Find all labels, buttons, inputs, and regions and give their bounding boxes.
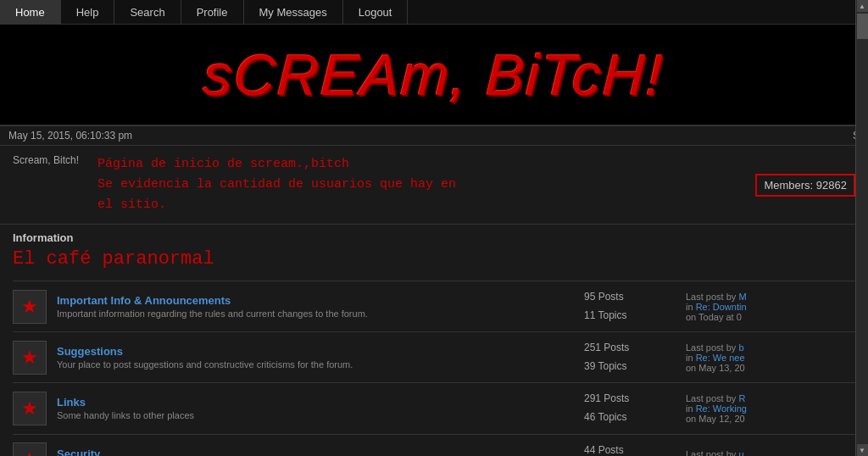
forum-info: Suggestions Your place to post suggestio… xyxy=(57,345,584,370)
intro-line3: el sitio. xyxy=(97,195,755,215)
star-icon: ★ xyxy=(21,347,38,369)
paranormal-label: El café paranormal xyxy=(13,244,855,276)
scroll-up-arrow[interactable]: ▲ xyxy=(857,0,868,12)
lastpost-on: on May 13, 20 xyxy=(686,363,745,373)
site-title: sCREAm, BiTcH! xyxy=(202,42,665,108)
section-header: Information El café paranormal xyxy=(13,225,855,281)
datetime-display: May 15, 2015, 06:10:33 pm xyxy=(8,130,132,142)
lastpost-on: on Today at 0 xyxy=(686,312,742,322)
intro-line1: Página de inicio de scream.,bitch xyxy=(97,154,755,175)
nav-item-profile[interactable]: Profile xyxy=(181,0,244,24)
main-content: Scream, Bitch! Página de inicio de screa… xyxy=(0,146,868,456)
forum-posts: 251 Posts xyxy=(584,342,629,353)
star-icon: ★ xyxy=(21,398,38,420)
members-badge: Members: 92862 xyxy=(755,174,855,197)
forum-topics: 11 Topics xyxy=(584,309,626,321)
forum-name[interactable]: Suggestions xyxy=(57,345,123,358)
section-title: Information xyxy=(13,231,855,244)
forum-row: ★ Suggestions Your place to post suggest… xyxy=(13,331,855,382)
lastpost-by[interactable]: u xyxy=(738,449,743,456)
forum-posts: 95 Posts xyxy=(584,291,624,303)
forum-desc: Important information regarding the rule… xyxy=(57,309,584,319)
lastpost-by[interactable]: b xyxy=(738,342,743,353)
forum-section: Information El café paranormal ★ Importa… xyxy=(0,225,868,456)
lastpost-on: on May 12, 20 xyxy=(686,414,745,424)
navbar: HomeHelpSearchProfileMy MessagesLogout xyxy=(0,0,868,25)
banner: sCREAm, BiTcH! xyxy=(0,25,868,126)
star-icon: ★ xyxy=(21,448,38,456)
intro-section: Scream, Bitch! Página de inicio de screa… xyxy=(0,146,868,225)
forum-lastpost: Last post by b in Re: We nee on May 13, … xyxy=(686,342,855,373)
forum-posts: 291 Posts xyxy=(584,392,629,404)
forum-row: ★ Important Info & Announcements Importa… xyxy=(13,281,855,331)
forum-topics: 46 Topics xyxy=(584,411,626,423)
forum-icon: ★ xyxy=(13,392,47,425)
datebar: May 15, 2015, 06:10:33 pm S xyxy=(0,126,868,146)
forum-rows: ★ Important Info & Announcements Importa… xyxy=(13,281,855,456)
forum-posts: 44 Posts xyxy=(584,444,624,456)
forum-topics: 39 Topics xyxy=(584,360,626,372)
scrollbar[interactable]: ▲ ▼ xyxy=(855,0,868,456)
intro-line2: Se evidencia la cantidad de usuarios que… xyxy=(97,175,755,195)
content-area: Scream, Bitch! Página de inicio de screa… xyxy=(0,146,868,456)
lastpost-label: Last post xyxy=(686,342,724,353)
forum-info: Important Info & Announcements Important… xyxy=(57,294,584,319)
lastpost-by[interactable]: M xyxy=(738,292,746,302)
lastpost-label: Last post xyxy=(686,449,724,456)
forum-lastpost: Last post by M in Re: Downtin on Today a… xyxy=(686,292,855,322)
forum-info: Links Some handy links to other places xyxy=(57,396,584,420)
nav-item-search[interactable]: Search xyxy=(114,0,181,24)
star-icon: ★ xyxy=(21,296,38,318)
forum-info: Security Opsec xyxy=(57,448,584,456)
forum-stats: 291 Posts 46 Topics xyxy=(584,390,686,426)
forum-icon: ★ xyxy=(13,290,47,324)
intro-text-block: Página de inicio de scream.,bitch Se evi… xyxy=(81,154,755,215)
forum-lastpost: Last post by u in Re: Ecryptio xyxy=(686,449,855,456)
lastpost-in[interactable]: Re: We nee xyxy=(696,353,745,363)
scrollbar-thumb[interactable] xyxy=(857,14,868,39)
forum-stats: 44 Posts 11 Topics xyxy=(584,442,686,456)
forum-name[interactable]: Security xyxy=(57,448,100,456)
intro-site-name: Scream, Bitch! xyxy=(13,154,81,166)
lastpost-in[interactable]: Re: Working xyxy=(696,403,747,414)
forum-name[interactable]: Links xyxy=(57,396,86,409)
forum-desc: Your place to post suggestions and const… xyxy=(57,359,584,370)
forum-stats: 95 Posts 11 Topics xyxy=(584,288,686,325)
nav-item-logout[interactable]: Logout xyxy=(343,0,409,24)
forum-lastpost: Last post by R in Re: Working on May 12,… xyxy=(686,393,855,424)
forum-stats: 251 Posts 39 Topics xyxy=(584,339,686,375)
nav-item-home[interactable]: Home xyxy=(0,0,61,24)
lastpost-by[interactable]: R xyxy=(738,393,745,403)
forum-desc: Some handy links to other places xyxy=(57,410,584,420)
lastpost-label: Last post xyxy=(686,292,724,302)
nav-item-help[interactable]: Help xyxy=(61,0,115,24)
scroll-down-arrow[interactable]: ▼ xyxy=(857,444,868,456)
forum-row: ★ Links Some handy links to other places… xyxy=(13,382,855,433)
lastpost-label: Last post xyxy=(686,393,724,403)
forum-row: ★ Security Opsec 44 Posts 11 Topics Last… xyxy=(13,434,855,456)
forum-icon: ★ xyxy=(13,341,47,375)
forum-icon: ★ xyxy=(13,442,47,456)
lastpost-in[interactable]: Re: Downtin xyxy=(696,302,747,312)
forum-name[interactable]: Important Info & Announcements xyxy=(57,294,231,307)
nav-item-my-messages[interactable]: My Messages xyxy=(244,0,343,24)
